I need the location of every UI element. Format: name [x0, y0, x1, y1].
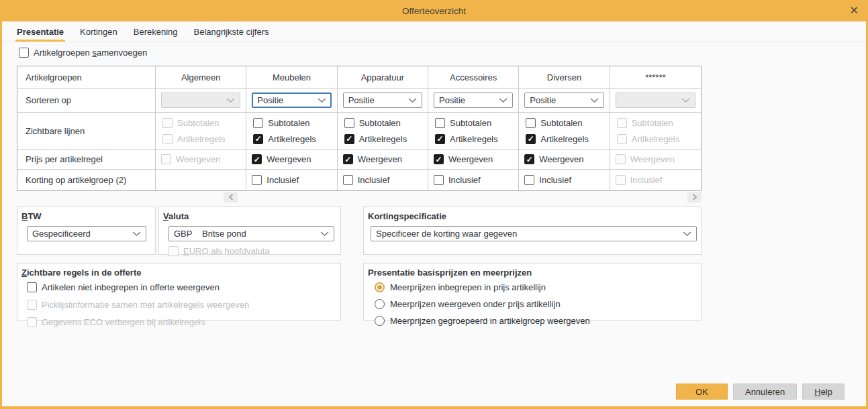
euro-hoofdvaluta-checkbox: EURO als hoofdvaluta: [168, 246, 336, 256]
merge-article-groups-checkbox[interactable]: Artikelgroepen samenvoegen: [19, 48, 147, 58]
checkbox-icon: [616, 175, 626, 185]
chevron-down-icon: [408, 98, 417, 103]
weergeven-checkbox-masked: Weergeven: [616, 154, 675, 164]
row-label-sorteren-op: Sorteren op: [17, 89, 156, 113]
checkbox-icon: [617, 118, 627, 128]
tab-belangrijkste-cijfers[interactable]: Belangrijkste cijfers: [194, 21, 269, 42]
radio-icon: [375, 316, 385, 326]
artikelregels-checkbox-accessoires[interactable]: Artikelregels: [435, 134, 498, 144]
artikelregels-checkbox-masked: Artikelregels: [617, 134, 680, 144]
checkbox-icon: [524, 175, 534, 185]
checkbox-icon: [162, 134, 173, 144]
checkbox-checked-icon: [524, 154, 534, 164]
kortingspecificatie-label: Kortingspecificatie: [368, 211, 697, 221]
subtotalen-checkbox-apparatuur[interactable]: Subtotalen: [344, 118, 401, 128]
checkbox-icon: [617, 134, 627, 144]
row-label-korting-op-artikelgroep: Korting op artikelgroep (2): [17, 170, 156, 190]
offerteoverzicht-dialog: Offerteoverzicht ✕ Presentatie Kortingen…: [0, 0, 868, 409]
sort-select-apparatuur[interactable]: Positie: [343, 93, 422, 108]
weergeven-checkbox-meubelen[interactable]: Weergeven: [252, 154, 311, 164]
chevron-down-icon: [226, 98, 235, 103]
tab-presentatie[interactable]: Presentatie: [17, 21, 64, 42]
zichtbare-regels-label: Zichtbare regels in de offerte: [21, 268, 336, 278]
close-icon[interactable]: ✕: [850, 5, 859, 16]
tab-bar: Presentatie Kortingen Berekening Belangr…: [2, 21, 866, 42]
help-button[interactable]: Help: [802, 384, 845, 400]
chevron-down-icon: [681, 98, 690, 103]
presentatie-meerprijzen-panel: Presentatie basisprijzen en meerprijzen …: [363, 263, 702, 320]
artikelregels-checkbox-diversen[interactable]: Artikelregels: [526, 134, 589, 144]
col-header-meubelen: Meubelen: [246, 66, 337, 89]
inclusief-checkbox-diversen[interactable]: Inclusief: [524, 175, 571, 185]
chevron-down-icon: [590, 98, 599, 103]
sort-select-meubelen[interactable]: Positie: [252, 93, 331, 108]
artikelen-niet-inbegrepen-checkbox[interactable]: Artikelen niet inbegrepen in offerte wee…: [27, 282, 336, 292]
checkbox-checked-icon: [253, 134, 263, 144]
checkbox-icon: [161, 154, 171, 164]
sort-select-accessoires[interactable]: Positie: [434, 93, 513, 108]
row-label-zichtbare-lijnen: Zichtbare lijnen: [17, 113, 156, 150]
inclusief-checkbox-apparatuur[interactable]: Inclusief: [343, 175, 390, 185]
chevron-down-icon: [320, 231, 329, 236]
weergeven-checkbox-accessoires[interactable]: Weergeven: [434, 154, 493, 164]
checkbox-icon: [19, 48, 29, 58]
weergeven-checkbox-diversen[interactable]: Weergeven: [524, 154, 583, 164]
empty-cell-algemeen: [156, 170, 246, 190]
dialog-title: Offerteoverzicht: [402, 6, 466, 16]
checkbox-icon: [344, 118, 354, 128]
sort-select-diversen[interactable]: Positie: [524, 93, 604, 108]
picklijstinformatie-checkbox: Picklijstinformatie samen met artikelreg…: [27, 300, 336, 310]
checkbox-icon: [435, 118, 445, 128]
gegevens-eco-verbergen-checkbox: Gegevens ECO verbergen bij artikelregels: [27, 317, 336, 327]
checkbox-icon: [162, 118, 173, 128]
chevron-down-icon: [683, 231, 691, 236]
kortingspecificatie-select[interactable]: Specificeer de korting waar gegeven: [371, 226, 697, 241]
chevron-left-icon: [228, 194, 234, 200]
radio-selected-icon: [375, 282, 385, 292]
btw-panel: BTW Gespecificeerd: [17, 207, 156, 255]
kortingspecificatie-panel: Kortingspecificatie Specificeer de korti…: [363, 207, 702, 255]
chevron-right-icon: [692, 194, 697, 200]
scroll-left-button[interactable]: [224, 192, 238, 202]
artikelregels-checkbox-apparatuur[interactable]: Artikelregels: [344, 134, 407, 144]
tab-berekening[interactable]: Berekening: [134, 21, 178, 42]
meerprijzen-inbegrepen-radio[interactable]: Meerprijzen inbegrepen in prijs artikell…: [375, 282, 697, 292]
subtotalen-checkbox-diversen[interactable]: Subtotalen: [526, 118, 582, 128]
inclusief-checkbox-masked: Inclusief: [616, 175, 663, 185]
checkbox-checked-icon: [434, 154, 444, 164]
col-header-diversen: Diversen: [519, 66, 610, 89]
checkbox-icon: [526, 118, 536, 128]
chevron-down-icon: [132, 231, 141, 236]
btw-select[interactable]: Gespecificeerd: [27, 226, 146, 241]
valuta-panel: Valuta GBPBritse pond EURO als hoofdvalu…: [158, 207, 341, 255]
subtotalen-checkbox-algemeen: Subtotalen: [162, 118, 219, 128]
inclusief-checkbox-meubelen[interactable]: Inclusief: [252, 175, 299, 185]
inclusief-checkbox-accessoires[interactable]: Inclusief: [434, 175, 481, 185]
valuta-select[interactable]: GBPBritse pond: [168, 226, 334, 241]
meerprijzen-onder-prijs-radio[interactable]: Meerprijzen weergeven onder prijs artike…: [375, 299, 697, 309]
checkbox-icon: [616, 154, 626, 164]
meerprijzen-gegroepeerd-radio[interactable]: Meerprijzen gegroepeerd in artikelgroep …: [375, 316, 697, 326]
artikelregels-checkbox-meubelen[interactable]: Artikelregels: [253, 134, 316, 144]
subtotalen-checkbox-masked: Subtotalen: [617, 118, 673, 128]
col-header-artikelgroepen: Artikelgroepen: [17, 66, 156, 89]
col-header-algemeen: Algemeen: [156, 66, 246, 89]
checkbox-icon: [27, 300, 37, 310]
sort-select-algemeen: [161, 93, 240, 108]
subtotalen-checkbox-accessoires[interactable]: Subtotalen: [435, 118, 491, 128]
valuta-label: Valuta: [163, 211, 336, 221]
presentatie-meerprijzen-label: Presentatie basisprijzen en meerprijzen: [368, 268, 697, 278]
checkbox-checked-icon: [526, 134, 536, 144]
scroll-right-button[interactable]: [687, 192, 702, 202]
checkbox-icon: [168, 246, 179, 256]
weergeven-checkbox-apparatuur[interactable]: Weergeven: [343, 154, 402, 164]
radio-icon: [375, 299, 385, 309]
artikelregels-checkbox-algemeen: Artikelregels: [162, 134, 226, 144]
cancel-button[interactable]: Annuleren: [733, 384, 797, 400]
tab-kortingen[interactable]: Kortingen: [80, 21, 117, 42]
merge-article-groups-label: Artikelgroepen samenvoegen: [34, 48, 147, 58]
subtotalen-checkbox-meubelen[interactable]: Subtotalen: [253, 118, 309, 128]
dialog-footer: OK Annuleren Help: [676, 384, 845, 400]
sort-select-masked: [616, 93, 695, 108]
ok-button[interactable]: OK: [676, 384, 728, 400]
